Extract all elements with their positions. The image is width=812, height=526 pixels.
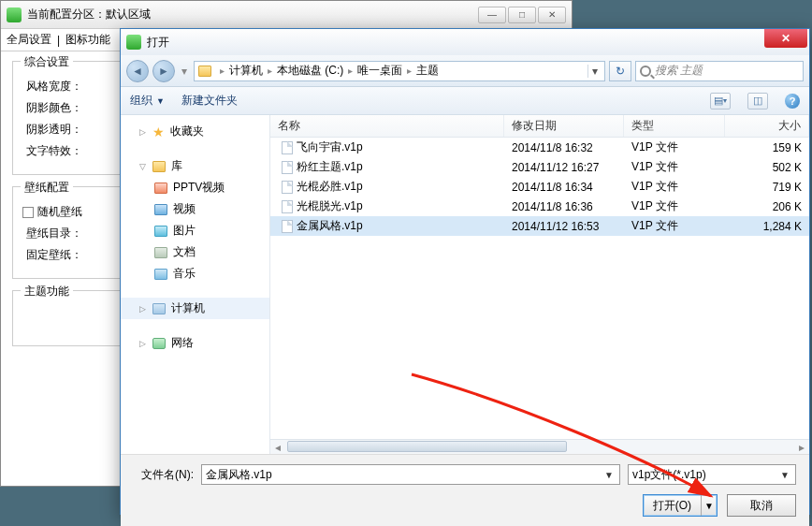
file-size: 1,284 K [725,220,809,233]
preview-pane-button[interactable]: ◫ [747,93,768,110]
address-bar: ◄ ► ▾ ▸ 计算机▸ 本地磁盘 (C:)▸ 唯一桌面▸ 主题 ▾ ↻ 搜索 … [121,55,809,87]
file-type-filter[interactable]: v1p文件(*.v1p) ▼ [628,464,796,485]
breadcrumb[interactable]: ▸ 计算机▸ 本地磁盘 (C:)▸ 唯一桌面▸ 主题 ▾ [194,61,605,81]
file-row[interactable]: 飞向宇宙.v1p2014/11/8 16:32V1P 文件159 K [270,138,809,157]
breadcrumb-seg[interactable]: 唯一桌面 [357,63,402,79]
tab-icons[interactable]: 图标功能 [65,32,110,48]
scroll-right-icon[interactable]: ▸ [794,441,809,454]
label-width: 风格宽度： [22,79,82,95]
open-button[interactable]: 打开(O) ▼ [643,494,718,517]
column-name[interactable]: 名称 [270,115,504,137]
path-dropdown[interactable]: ▾ [587,65,601,78]
breadcrumb-seg[interactable]: 主题 [416,63,439,79]
settings-title: 当前配置分区：默认区域 [27,7,478,22]
file-name: 飞向宇宙.v1p [297,139,363,155]
filename-value: 金属风格.v1p [206,467,602,483]
file-date: 2014/11/8 16:32 [504,141,624,154]
sidebar-item[interactable]: 图片 [121,220,269,241]
nav-back-button[interactable]: ◄ [126,60,149,82]
app-icon [7,7,22,22]
file-type: V1P 文件 [624,218,725,234]
minimize-button[interactable]: — [478,7,506,23]
sidebar: ▷★收藏夹 ▽库 PPTV视频 视频 图片 文档 音乐 ▷计算机 ▷网络 [121,115,270,454]
dialog-footer: 文件名(N): 金属风格.v1p ▼ v1p文件(*.v1p) ▼ 打开(O) … [121,454,809,526]
sidebar-computer[interactable]: ▷计算机 [121,298,269,319]
file-date: 2014/11/8 16:36 [504,200,624,213]
label-text-effect: 文字特效： [22,143,82,159]
column-headers: 名称 修改日期 类型 大小 [270,115,809,138]
file-icon [282,220,293,233]
column-type[interactable]: 类型 [624,115,725,137]
sidebar-item[interactable]: 音乐 [121,263,269,285]
file-type: V1P 文件 [624,159,725,175]
maximize-button[interactable]: □ [508,7,536,23]
sidebar-network[interactable]: ▷网络 [121,332,269,354]
star-icon: ★ [152,124,165,139]
sidebar-favorites[interactable]: ▷★收藏夹 [121,121,269,142]
chevron-down-icon[interactable]: ▼ [702,501,717,511]
breadcrumb-seg[interactable]: 本地磁盘 (C:) [277,63,343,79]
chevron-down-icon[interactable]: ▼ [602,470,616,480]
chevron-down-icon[interactable]: ▼ [778,470,791,480]
search-icon [640,66,651,77]
video-icon [154,204,167,215]
label-random-wallpaper: 随机壁纸 [37,204,82,220]
dialog-titlebar[interactable]: 打开 ✕ [121,29,809,55]
group-general-legend: 综合设置 [21,54,73,70]
group-theme-legend: 主题功能 [21,284,73,300]
file-row[interactable]: 粉红主题.v1p2014/11/12 16:27V1P 文件502 K [270,157,809,177]
dialog-app-icon [126,35,141,50]
sidebar-item[interactable]: 视频 [121,198,269,220]
scroll-left-icon[interactable]: ◂ [270,441,285,454]
dialog-close-button[interactable]: ✕ [764,29,807,48]
dialog-title: 打开 [147,35,764,51]
file-icon [282,161,293,174]
music-icon [154,269,167,280]
nav-history-dropdown[interactable]: ▾ [179,60,190,82]
filename-label: 文件名(N): [134,467,194,483]
settings-titlebar[interactable]: 当前配置分区：默认区域 — □ ✕ [1,1,572,29]
organize-button[interactable]: 组织 ▼ [130,93,165,109]
label-shadow-color: 阴影颜色： [22,100,82,116]
nav-forward-button[interactable]: ► [152,60,175,82]
file-row[interactable]: 光棍必胜.v1p2014/11/8 16:34V1P 文件719 K [270,177,809,197]
new-folder-button[interactable]: 新建文件夹 [181,93,238,109]
tab-global[interactable]: 全局设置 [7,32,51,48]
file-name: 粉红主题.v1p [297,159,363,175]
random-wallpaper-checkbox[interactable] [22,207,34,218]
column-size[interactable]: 大小 [725,115,809,137]
file-date: 2014/11/12 16:53 [504,220,624,233]
file-row[interactable]: 金属风格.v1p2014/11/12 16:53V1P 文件1,284 K [270,216,809,236]
file-row[interactable]: 光棍脱光.v1p2014/11/8 16:36V1P 文件206 K [270,197,809,216]
search-input[interactable]: 搜索 主题 [635,61,804,81]
file-name: 光棍脱光.v1p [297,198,363,214]
file-size: 159 K [725,141,809,154]
folder-icon [198,66,211,77]
view-mode-button[interactable]: ▤ ▾ [710,93,731,110]
computer-icon [152,303,166,314]
file-name: 金属风格.v1p [297,218,363,234]
label-shadow-alpha: 阴影透明： [22,122,82,138]
filename-input[interactable]: 金属风格.v1p ▼ [201,464,620,485]
breadcrumb-seg[interactable]: 计算机 [229,63,263,79]
refresh-button[interactable]: ↻ [609,61,631,81]
library-icon [152,161,166,172]
column-date[interactable]: 修改日期 [504,115,624,137]
close-button[interactable]: ✕ [538,7,566,23]
file-type: V1P 文件 [624,198,725,214]
sidebar-item[interactable]: 文档 [121,241,269,263]
file-icon [282,141,293,154]
label-wallpaper-dir: 壁纸目录： [22,226,82,241]
sidebar-libraries[interactable]: ▽库 [121,155,269,177]
scrollbar-thumb[interactable] [287,441,567,452]
cancel-button[interactable]: 取消 [727,494,796,517]
dialog-toolbar: 组织 ▼ 新建文件夹 ▤ ▾ ◫ ? [121,87,809,115]
file-icon [282,200,293,213]
horizontal-scrollbar[interactable]: ◂ ▸ [270,439,809,454]
file-date: 2014/11/12 16:27 [504,161,624,174]
file-type: V1P 文件 [624,139,725,155]
help-button[interactable]: ? [785,94,800,109]
network-icon [152,338,166,349]
sidebar-item[interactable]: PPTV视频 [121,177,269,198]
filter-value: v1p文件(*.v1p) [632,467,778,483]
